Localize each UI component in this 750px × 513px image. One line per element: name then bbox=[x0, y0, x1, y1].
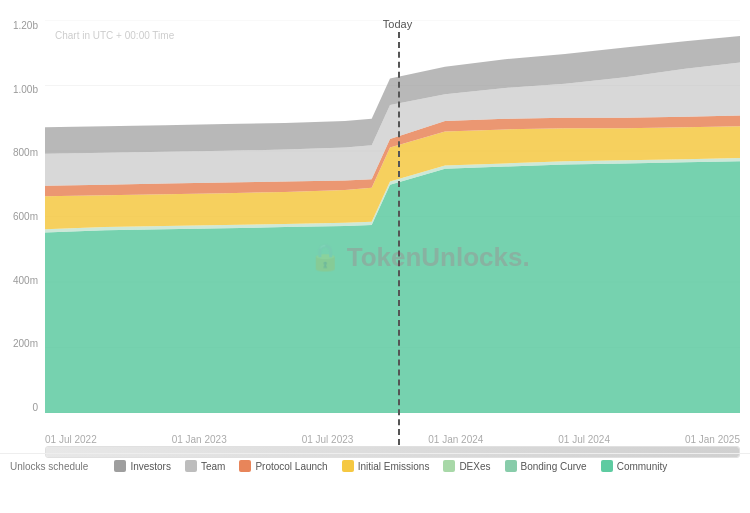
legend-item-bonding-curve: Bonding Curve bbox=[505, 460, 587, 472]
bonding-curve-color-swatch bbox=[505, 460, 517, 472]
bonding-curve-label: Bonding Curve bbox=[521, 461, 587, 472]
protocol-launch-color-swatch bbox=[239, 460, 251, 472]
investors-color-swatch bbox=[114, 460, 126, 472]
legend-item-dexes: DEXes bbox=[443, 460, 490, 472]
watermark-icon: 🔒 bbox=[309, 241, 341, 272]
community-label: Community bbox=[617, 461, 668, 472]
today-line bbox=[398, 32, 400, 445]
legend-title-text: Unlocks schedule bbox=[10, 461, 88, 472]
y-label-3: 800m bbox=[13, 147, 38, 158]
legend-item-initial-emissions: Initial Emissions bbox=[342, 460, 430, 472]
legend-item-protocol-launch: Protocol Launch bbox=[239, 460, 327, 472]
chart-container: 1.20b 1.00b 800m 600m 400m 200m 0 bbox=[0, 0, 750, 513]
team-color-swatch bbox=[185, 460, 197, 472]
x-label-1: 01 Jul 2022 bbox=[45, 434, 97, 445]
y-label-4: 600m bbox=[13, 211, 38, 222]
y-label-1: 1.20b bbox=[13, 20, 38, 31]
protocol-launch-label: Protocol Launch bbox=[255, 461, 327, 472]
legend-area: Unlocks schedule Investors Team Protocol… bbox=[0, 453, 750, 513]
legend-item-team: Team bbox=[185, 460, 225, 472]
initial-emissions-color-swatch bbox=[342, 460, 354, 472]
today-label: Today bbox=[383, 18, 412, 30]
y-label-5: 400m bbox=[13, 275, 38, 286]
watermark: 🔒 TokenUnlocks. bbox=[309, 241, 530, 272]
y-axis: 1.20b 1.00b 800m 600m 400m 200m 0 bbox=[0, 20, 42, 413]
initial-emissions-label: Initial Emissions bbox=[358, 461, 430, 472]
x-label-3: 01 Jul 2023 bbox=[302, 434, 354, 445]
investors-label: Investors bbox=[130, 461, 171, 472]
chart-subtitle: Chart in UTC + 00:00 Time bbox=[55, 30, 174, 41]
y-label-6: 200m bbox=[13, 338, 38, 349]
legend-item-investors: Investors bbox=[114, 460, 171, 472]
y-label-2: 1.00b bbox=[13, 84, 38, 95]
x-label-4: 01 Jan 2024 bbox=[428, 434, 483, 445]
dexes-color-swatch bbox=[443, 460, 455, 472]
legend-items: Unlocks schedule Investors Team Protocol… bbox=[10, 460, 740, 472]
chart-svg-area bbox=[45, 20, 740, 413]
dexes-label: DEXes bbox=[459, 461, 490, 472]
x-axis: 01 Jul 2022 01 Jan 2023 01 Jul 2023 01 J… bbox=[45, 434, 740, 445]
x-label-5: 01 Jul 2024 bbox=[558, 434, 610, 445]
x-label-6: 01 Jan 2025 bbox=[685, 434, 740, 445]
legend-label: Unlocks schedule bbox=[10, 461, 96, 472]
team-label: Team bbox=[201, 461, 225, 472]
legend-item-community: Community bbox=[601, 460, 668, 472]
watermark-text: TokenUnlocks. bbox=[347, 241, 530, 272]
y-label-7: 0 bbox=[32, 402, 38, 413]
x-label-2: 01 Jan 2023 bbox=[172, 434, 227, 445]
community-color-swatch bbox=[601, 460, 613, 472]
